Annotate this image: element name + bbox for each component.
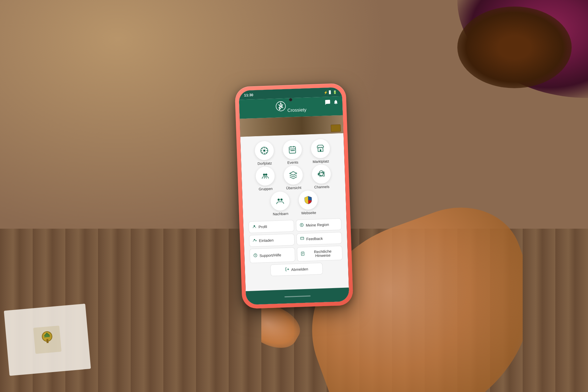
- phone-device: 11:30 ⚡ ▊ 🔋: [235, 83, 353, 309]
- nachbarn-item[interactable]: Nachbarn: [267, 191, 294, 216]
- app-icon-grid: Dorfplatz: [246, 139, 341, 217]
- svg-rect-1: [46, 339, 49, 343]
- icon-row-2: Gruppen Übersicht: [247, 164, 340, 191]
- dorfplatz-icon-circle: [254, 141, 274, 160]
- support-icon: ?: [253, 253, 258, 258]
- bluetooth-icon: ⚡: [324, 90, 328, 94]
- phone-screen: 11:30 ⚡ ▊ 🔋: [239, 87, 350, 305]
- svg-point-27: [280, 199, 283, 201]
- notification-button[interactable]: [333, 99, 339, 106]
- svg-line-13: [266, 152, 267, 153]
- app-name: Crossiety: [287, 107, 307, 113]
- icon-row-1: Dorfplatz: [246, 139, 339, 166]
- bottom-indicator: [285, 295, 311, 297]
- svg-rect-21: [292, 150, 293, 151]
- status-time: 11:30: [244, 93, 253, 97]
- channels-item[interactable]: Channels: [308, 164, 335, 189]
- nachbarn-label: Nachbarn: [273, 212, 288, 216]
- signal-icon: ▊: [329, 90, 332, 94]
- svg-rect-22: [293, 150, 294, 151]
- battery-icon: 🔋: [333, 90, 337, 94]
- meine-region-icon: [300, 223, 304, 228]
- app-logo: Crossiety: [275, 100, 306, 114]
- icon-row-3: Nachbarn: [248, 189, 341, 217]
- paper-document: [4, 303, 91, 376]
- support-button[interactable]: ? Support/Hilfe: [250, 247, 295, 263]
- svg-point-31: [254, 239, 255, 240]
- banner-thumbnail: [331, 124, 341, 132]
- svg-point-24: [265, 173, 268, 176]
- svg-line-14: [266, 148, 267, 149]
- events-item[interactable]: Events: [279, 140, 306, 165]
- webseite-item[interactable]: Webseite: [295, 190, 321, 215]
- header-actions: [325, 99, 339, 106]
- profil-label: Profil: [258, 225, 267, 229]
- meine-region-button[interactable]: Meine Region: [296, 218, 342, 232]
- einladen-button[interactable]: Einladen: [249, 234, 295, 247]
- meine-region-label: Meine Region: [306, 222, 329, 227]
- events-label: Events: [287, 160, 298, 164]
- marktplatz-icon-circle: [311, 139, 330, 158]
- rechtliche-icon: [301, 252, 305, 257]
- svg-rect-34: [301, 237, 304, 240]
- svg-line-19: [289, 149, 295, 149]
- ubersicht-label: Übersicht: [286, 186, 302, 190]
- phone-case: 11:30 ⚡ ▊ 🔋: [235, 83, 353, 309]
- action-buttons: Profil Meine Region: [249, 218, 343, 277]
- svg-point-23: [263, 173, 265, 176]
- webseite-label: Webseite: [301, 211, 316, 215]
- plant-pot-area: [457, 7, 572, 88]
- dorfplatz-label: Dorfplatz: [257, 161, 272, 166]
- banner-area: [240, 115, 344, 137]
- gruppen-icon-circle: [255, 166, 275, 186]
- channels-label: Channels: [314, 185, 330, 189]
- feedback-button[interactable]: Feedback: [296, 232, 342, 245]
- einladen-label: Einladen: [259, 238, 274, 243]
- abmelden-icon: [285, 267, 289, 272]
- nachbarn-icon-circle: [270, 191, 290, 211]
- status-icons: ⚡ ▊ 🔋: [324, 90, 337, 94]
- gruppen-label: Gruppen: [259, 187, 273, 191]
- phone-body: 11:30 ⚡ ▊ 🔋: [239, 87, 350, 305]
- feedback-icon: [300, 237, 304, 242]
- svg-point-7: [263, 150, 266, 152]
- svg-point-28: [253, 225, 255, 226]
- gruppen-item[interactable]: Gruppen: [252, 166, 279, 191]
- webseite-icon-circle: [298, 190, 318, 210]
- profil-icon: [252, 224, 257, 230]
- action-row-3: ? Support/Hilfe Rechtliche Hinweise: [250, 246, 343, 263]
- svg-text:?: ?: [254, 254, 256, 256]
- events-icon-circle: [283, 140, 302, 159]
- svg-line-12: [262, 148, 263, 149]
- action-row-4: Abmelden: [250, 262, 343, 277]
- profil-button[interactable]: Profil: [249, 220, 294, 233]
- app-content[interactable]: Dorfplatz: [240, 133, 349, 291]
- abmelden-label: Abmelden: [291, 267, 308, 272]
- action-row-2: Einladen Feedback: [249, 232, 342, 247]
- paper-icon-content: [33, 326, 62, 354]
- svg-line-15: [262, 152, 263, 153]
- abmelden-button[interactable]: Abmelden: [270, 263, 323, 276]
- support-label: Support/Hilfe: [259, 253, 281, 257]
- feedback-label: Feedback: [306, 237, 323, 241]
- dorfplatz-item[interactable]: Dorfplatz: [251, 141, 278, 166]
- message-button[interactable]: [325, 99, 331, 107]
- marktplatz-label: Marktplatz: [313, 159, 329, 164]
- einladen-icon: [253, 238, 257, 243]
- svg-rect-20: [291, 150, 292, 151]
- marktplatz-item[interactable]: Marktplatz: [307, 139, 334, 164]
- ubersicht-icon-circle: [284, 165, 303, 185]
- action-row-1: Profil Meine Region: [249, 218, 342, 233]
- rechtliche-label: Rechtliche Hinweise: [307, 249, 339, 258]
- svg-point-26: [278, 199, 280, 201]
- ubersicht-item[interactable]: Übersicht: [280, 165, 307, 190]
- channels-icon-circle: [312, 164, 331, 184]
- rechtliche-button[interactable]: Rechtliche Hinweise: [297, 246, 342, 262]
- svg-point-30: [301, 224, 302, 225]
